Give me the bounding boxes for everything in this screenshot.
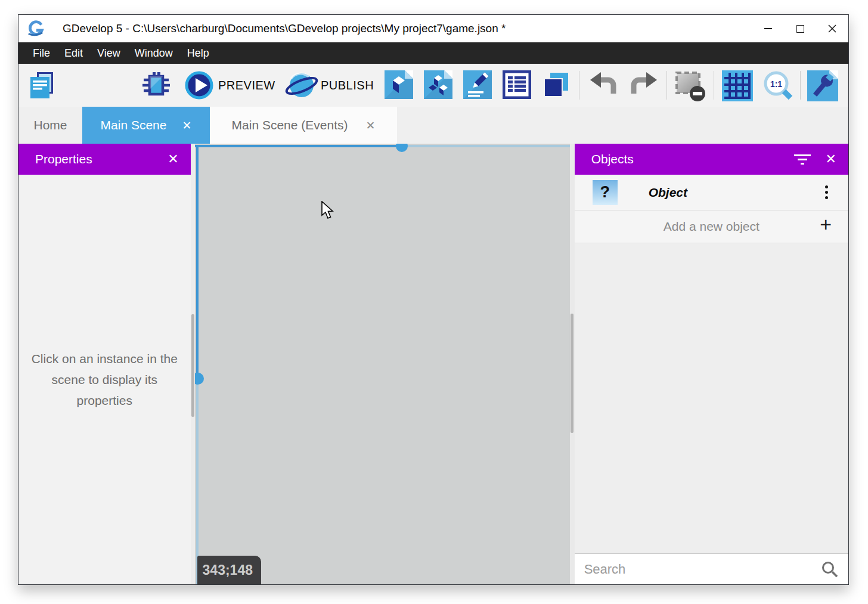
publish-globe-icon[interactable]	[285, 69, 318, 103]
zoom-ratio-label: 1:1	[770, 79, 782, 89]
minimize-button[interactable]	[752, 15, 784, 42]
search-input[interactable]	[575, 562, 821, 577]
window-title: GDevelop 5 - C:\Users\charburg\Documents…	[63, 22, 506, 35]
properties-panel: Properties ✕ Click on an instance in the…	[18, 144, 191, 584]
object-list-item[interactable]: ? Object	[575, 175, 848, 210]
menu-window[interactable]: Window	[128, 42, 180, 64]
close-panel-icon[interactable]: ✕	[168, 151, 178, 167]
toolbar-separator	[714, 71, 714, 100]
gdevelop-logo	[27, 20, 45, 38]
close-button[interactable]	[816, 15, 848, 42]
clear-selection-mask-icon[interactable]	[674, 70, 706, 103]
tab-main-scene[interactable]: Main Scene ✕	[82, 107, 210, 144]
properties-header: Properties ✕	[18, 144, 191, 175]
maximize-button[interactable]	[784, 15, 816, 42]
properties-body: Click on an instance in the scene to dis…	[18, 175, 191, 584]
content-area: Properties ✕ Click on an instance in the…	[18, 144, 848, 584]
search-icon[interactable]	[821, 560, 839, 578]
properties-title: Properties	[35, 152, 92, 166]
cursor-coordinates-badge: 343;148	[197, 556, 261, 584]
menu-file[interactable]: File	[26, 42, 57, 64]
object-name: Object	[649, 185, 687, 200]
titlebar: GDevelop 5 - C:\Users\charburg\Documents…	[18, 15, 848, 42]
resize-handle-top[interactable]	[396, 144, 408, 152]
toolbar-separator	[579, 71, 579, 100]
tab-home[interactable]: Home	[18, 107, 82, 144]
toolbar: PREVIEW PUBLISH	[18, 64, 848, 107]
resize-handle-left[interactable]	[195, 373, 204, 385]
tab-close-icon[interactable]: ✕	[182, 119, 191, 132]
mouse-cursor	[321, 201, 336, 220]
redo-icon[interactable]	[630, 70, 658, 99]
scene-window-border-left	[196, 145, 199, 379]
add-object-row[interactable]: Add a new object +	[575, 210, 848, 243]
tab-label: Main Scene (Events)	[232, 118, 348, 132]
maximize-icon	[796, 25, 804, 33]
toolbar-separator	[800, 71, 801, 100]
scrollbar-thumb[interactable]	[191, 314, 194, 417]
app-window: GDevelop 5 - C:\Users\charburg\Documents…	[18, 14, 849, 585]
menubar: File Edit View Window Help	[18, 42, 848, 64]
close-icon	[827, 24, 837, 33]
external-layout-icon[interactable]	[424, 70, 452, 99]
events-sheet-icon[interactable]	[503, 70, 531, 99]
preview-play-icon[interactable]	[185, 71, 213, 100]
scene-canvas[interactable]: 343;148	[195, 144, 570, 584]
filter-icon[interactable]	[793, 153, 811, 165]
objects-search-bar	[575, 553, 848, 584]
scene-window-border-left-light	[196, 379, 199, 584]
publish-button[interactable]: PUBLISH	[321, 64, 374, 107]
tab-label: Main Scene	[101, 118, 167, 132]
objects-title: Objects	[591, 152, 634, 166]
close-panel-icon[interactable]: ✕	[826, 151, 836, 167]
tab-close-icon[interactable]: ✕	[366, 119, 376, 132]
preview-button[interactable]: PREVIEW	[218, 64, 275, 107]
scene-properties-icon[interactable]	[463, 70, 492, 99]
scene-window-border-top-light	[402, 145, 570, 147]
grid-icon[interactable]	[722, 70, 753, 101]
right-scrollbar-track	[570, 144, 575, 584]
object-unknown-icon: ?	[593, 180, 618, 205]
minimize-icon	[764, 28, 772, 29]
scene-window-border-top	[195, 145, 402, 147]
zoom-1-1-icon[interactable]: 1:1	[761, 69, 795, 104]
edit-scene-icon[interactable]	[385, 70, 413, 99]
scrollbar-thumb[interactable]	[571, 314, 574, 433]
left-scrollbar-track	[191, 144, 195, 584]
menu-view[interactable]: View	[90, 42, 128, 64]
properties-empty-message: Click on an instance in the scene to dis…	[23, 348, 185, 411]
tabbar: Home Main Scene ✕ Main Scene (Events) ✕	[18, 107, 848, 144]
objects-panel: Objects ✕ ? Object Add a new object +	[575, 144, 848, 584]
object-menu-kebab-icon[interactable]	[822, 182, 832, 203]
objects-empty-space	[575, 243, 848, 553]
add-object-label: Add a new object	[664, 219, 760, 234]
menu-help[interactable]: Help	[180, 42, 216, 64]
advanced-tools-wrench-icon[interactable]	[807, 70, 838, 101]
toolbar-separator	[666, 71, 667, 100]
debug-icon[interactable]	[141, 70, 171, 100]
layers-icon[interactable]	[542, 70, 571, 99]
undo-icon[interactable]	[589, 70, 618, 99]
plus-icon[interactable]: +	[820, 213, 832, 236]
objects-header: Objects ✕	[575, 144, 848, 175]
menu-edit[interactable]: Edit	[57, 42, 90, 64]
tab-label: Home	[33, 118, 67, 132]
tab-main-scene-events[interactable]: Main Scene (Events) ✕	[210, 107, 397, 144]
window-controls	[752, 15, 848, 42]
project-manager-icon[interactable]	[27, 70, 57, 100]
